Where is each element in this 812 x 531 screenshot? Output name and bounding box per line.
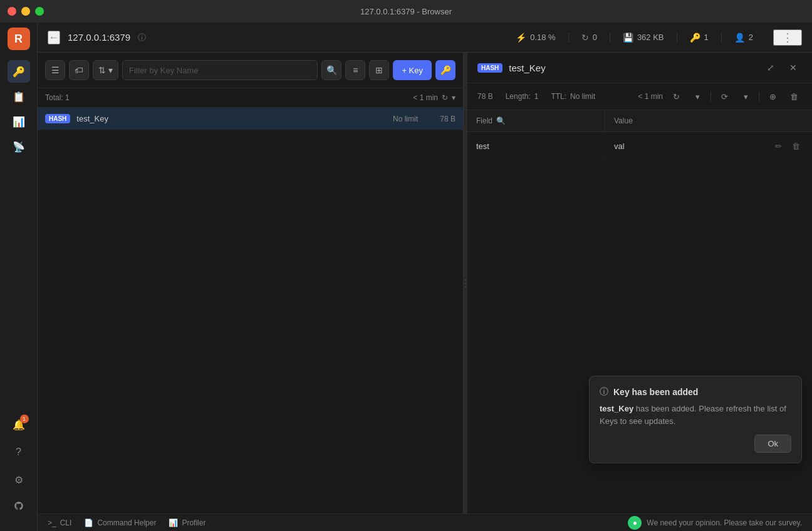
add-field-btn[interactable]: ⊕ — [764, 88, 781, 105]
left-panel: ☰ 🏷 ⇅ ▾ 🔍 ≡ — [38, 53, 464, 513]
sidebar-bottom: 🔔 1 ? ⚙ — [8, 413, 30, 526]
edit-field-btn[interactable]: ✏ — [771, 138, 786, 153]
grid-view-btn[interactable]: ⊞ — [369, 60, 389, 80]
notification-badge: 1 — [20, 415, 29, 423]
cell-value: val — [614, 142, 625, 151]
key-metadata: 78 B Length: 1 TTL: No limit < 1 min ↻ ▾ — [467, 83, 812, 110]
delete-key-btn[interactable]: 🗑 — [786, 88, 802, 105]
keys-icon: 🔑 — [13, 66, 25, 78]
cpu-value: 0.18 % — [530, 33, 555, 42]
list-view-icon: ≡ — [353, 65, 358, 75]
divider — [710, 91, 711, 101]
meta-dropdown-btn[interactable]: ▾ — [737, 88, 754, 105]
length-meta: Length: 1 — [506, 92, 539, 101]
key-name: test_Key — [76, 114, 374, 123]
sort-btn[interactable]: ⇅ ▾ — [93, 60, 118, 80]
profiler-item[interactable]: 📊 Profiler — [169, 518, 206, 527]
refresh-control[interactable]: < 1 min ↻ ▾ — [413, 93, 455, 102]
ttl-meta: TTL: No limit — [551, 92, 595, 101]
table-header: Field 🔍 Value — [467, 110, 812, 132]
toast-actions: Ok — [600, 435, 791, 453]
server-address: 127.0.0.1:6379 — [68, 32, 130, 43]
main-content: ☰ 🏷 ⇅ ▾ 🔍 ≡ — [38, 53, 812, 513]
ttl-value: No limit — [570, 92, 595, 101]
sidebar-item-browser[interactable]: 📋 — [8, 85, 30, 108]
close-button[interactable]: ✕ — [784, 59, 802, 76]
length-value: 1 — [534, 92, 539, 101]
key-detail-header: HASH test_Key ⤢ ✕ — [467, 53, 812, 83]
key-list-header: Total: 1 < 1 min ↻ ▾ — [38, 88, 463, 108]
browser-mode-btn[interactable]: ☰ — [45, 60, 65, 80]
status-right: ● We need your opinion. Please take our … — [628, 516, 802, 530]
field-search-icon[interactable]: 🔍 — [496, 116, 506, 125]
main-area: ← 127.0.0.1:6379 ⓘ ⚡ 0.18 % ↻ 0 💾 362 KB… — [38, 23, 812, 531]
header-stats: ⚡ 0.18 % ↻ 0 💾 362 KB 🔑 1 👤 2 — [503, 33, 766, 43]
search-button[interactable]: 🔍 — [321, 60, 341, 80]
sidebar-item-github[interactable] — [8, 496, 30, 518]
profiler-label: Profiler — [182, 518, 206, 527]
ops-value: 0 — [593, 33, 597, 42]
info-icon[interactable]: ⓘ — [138, 32, 146, 43]
key-size: 78 B — [424, 115, 455, 123]
app-logo[interactable]: R — [8, 28, 30, 50]
pubsub-icon: 📡 — [13, 141, 25, 153]
stat-keys: 🔑 1 — [677, 33, 722, 43]
table-row[interactable]: test val ✏ 🗑 — [467, 132, 812, 160]
sidebar-item-pubsub[interactable]: 📡 — [8, 135, 30, 158]
app-body: R 🔑 📋 📊 📡 🔔 1 ? ⚙ — [0, 23, 812, 531]
sidebar-item-notifications[interactable]: 🔔 1 — [8, 413, 30, 436]
sort-label: ▾ — [108, 65, 113, 75]
profiler-icon: 📊 — [169, 518, 178, 527]
window-controls — [8, 7, 44, 16]
ops-icon: ↻ — [581, 33, 589, 43]
sidebar-item-analytics[interactable]: 📊 — [8, 110, 30, 133]
memory-icon: 💾 — [623, 33, 633, 43]
meta-refresh-btn[interactable]: ↻ — [668, 88, 684, 105]
back-button[interactable]: ← — [48, 31, 60, 44]
delete-field-btn[interactable]: 🗑 — [788, 138, 803, 153]
divider2 — [759, 91, 759, 101]
cli-item[interactable]: >_ CLI — [48, 518, 71, 527]
expand-icon: ⤢ — [767, 63, 774, 73]
meta-reload-btn[interactable]: ⟳ — [716, 88, 732, 105]
add-key-button[interactable]: + Key — [393, 60, 432, 80]
refresh-time: < 1 min — [413, 93, 438, 102]
expand-button[interactable]: ⤢ — [762, 59, 779, 76]
sidebar-item-keys[interactable]: 🔑 — [8, 60, 30, 83]
titlebar: 127.0.0.1:6379 - Browser — [0, 0, 812, 23]
status-bar: >_ CLI 📄 Command Helper 📊 Profiler ● We … — [38, 513, 812, 531]
meta-actions: < 1 min ↻ ▾ ⟳ ▾ ⊕ 🗑 — [638, 88, 802, 105]
toast-title: Key has been added — [613, 387, 698, 397]
search-icon: 🔍 — [326, 65, 337, 75]
sidebar-item-settings[interactable]: ⚙ — [8, 468, 30, 491]
total-count: Total: 1 — [45, 93, 70, 102]
filter-input[interactable] — [122, 60, 318, 80]
settings-icon: ⚙ — [14, 474, 23, 486]
filter-mode-btn[interactable]: 🏷 — [69, 60, 89, 80]
more-button[interactable]: ⋮ — [773, 29, 802, 46]
analytics-icon: 📊 — [13, 116, 25, 128]
feedback-text: We need your opinion. Please take our su… — [647, 518, 802, 527]
refresh-dropdown-icon: ▾ — [452, 93, 455, 102]
command-helper-icon: 📄 — [84, 518, 93, 527]
ttl-label: TTL: — [551, 92, 566, 101]
maximize-button[interactable] — [35, 7, 44, 16]
meta-refresh-dropdown[interactable]: ▾ — [689, 88, 705, 105]
stat-ops: ↻ 0 — [569, 33, 610, 43]
header: ← 127.0.0.1:6379 ⓘ ⚡ 0.18 % ↻ 0 💾 362 KB… — [38, 23, 812, 53]
toast-body: test_Key has been added. Please refresh … — [600, 403, 791, 427]
value-header-label: Value — [614, 116, 633, 125]
memory-value: 362 KB — [637, 33, 664, 42]
list-view-btn[interactable]: ≡ — [345, 60, 365, 80]
clients-icon: 👤 — [734, 33, 745, 43]
toast-ok-button[interactable]: Ok — [754, 435, 791, 453]
key-row[interactable]: HASH test_Key No limit 78 B — [38, 108, 463, 130]
minimize-button[interactable] — [21, 7, 30, 16]
sort-icon: ⇅ — [98, 65, 106, 75]
value-column-header: Value — [605, 110, 812, 131]
command-helper-item[interactable]: 📄 Command Helper — [84, 518, 156, 527]
sidebar-item-help[interactable]: ? — [8, 441, 30, 463]
close-icon: ✕ — [789, 63, 797, 73]
key-shortcut-btn[interactable]: 🔑 — [435, 60, 455, 80]
close-button[interactable] — [8, 7, 16, 16]
